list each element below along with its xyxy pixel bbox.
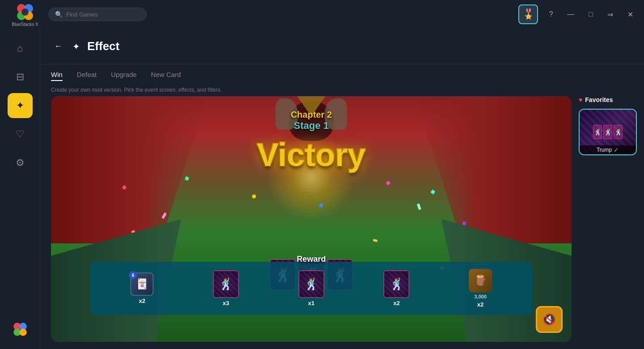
- back-button[interactable]: ←: [51, 39, 65, 54]
- bluestacks-logo: [15, 2, 35, 22]
- confetti-6: [430, 189, 435, 194]
- card-badge: 6: [129, 271, 137, 279]
- favorite-name: Trump: [597, 147, 612, 153]
- reward-dancer-count-1: x3: [223, 300, 229, 306]
- top-bar-right: 🎖️ ? — □ ⇒ ✕: [518, 4, 637, 24]
- sidebar-item-bluestacks[interactable]: [8, 317, 33, 342]
- search-bar[interactable]: 🔍: [48, 8, 147, 21]
- bluestacks-logo-area: BlueStacks X: [7, 2, 43, 27]
- maximize-button[interactable]: □: [585, 9, 597, 20]
- tab-defeat[interactable]: Defeat: [77, 71, 97, 81]
- minimize-button[interactable]: —: [564, 9, 578, 20]
- sidebar-item-effects[interactable]: ✦: [8, 93, 33, 118]
- right-curtain: [415, 96, 572, 243]
- app-name: BlueStacks X: [12, 22, 38, 27]
- reward-dancer-1: 🕺 x3: [213, 270, 239, 306]
- game-scene: Chapter 2 Stage 1 Victory: [51, 96, 572, 342]
- left-sidebar: ⌂ ⊟ ✦ ♡ ⚙: [0, 29, 40, 349]
- mute-button[interactable]: 🔇: [536, 306, 563, 333]
- heart-icon: ♥: [579, 96, 582, 103]
- favorites-header: ♥ Favorites: [579, 96, 637, 103]
- close-button[interactable]: ✕: [624, 9, 637, 21]
- search-icon: 🔍: [55, 11, 63, 18]
- favorite-card-trump[interactable]: 🕺 🕺 🕺 Trump ✓: [579, 109, 637, 155]
- user-avatar[interactable]: 🎖️: [518, 4, 538, 24]
- mute-icon: 🔇: [542, 313, 556, 326]
- logs-amount: 3,000: [475, 294, 487, 299]
- confetti-5: [386, 180, 390, 185]
- confetti-14: [417, 203, 421, 210]
- help-button[interactable]: ?: [545, 9, 556, 20]
- svg-point-8: [19, 328, 26, 336]
- favorite-card-label: Trump ✓: [580, 145, 636, 154]
- victory-text: Victory: [257, 136, 366, 173]
- left-curtain: [51, 96, 207, 243]
- sidebar-item-favorites[interactable]: ♡: [8, 122, 33, 147]
- confetti-3: [252, 194, 256, 199]
- reward-logs: 🪵 3,000 x2: [469, 269, 492, 308]
- reward-dancer-count-2: x1: [308, 300, 314, 306]
- right-panel: ♥ Favorites 🕺 🕺 🕺 Trump ✓: [579, 96, 637, 342]
- card-icon: 6 🃏: [131, 272, 154, 296]
- chapter-label: Chapter 2: [291, 110, 332, 120]
- reward-card: 6 🃏 x2: [131, 272, 154, 304]
- confetti-2: [185, 176, 189, 181]
- confetti-8: [462, 221, 466, 225]
- reward-bar: Reward 6 🃏 x2 🕺 x3: [90, 262, 532, 315]
- reward-dancer-2: 🕺 x1: [298, 270, 324, 306]
- top-bar: BlueStacks X 🔍 🎖️ ? — □ ⇒ ✕: [0, 0, 644, 29]
- sidebar-item-settings[interactable]: ⚙: [8, 150, 33, 175]
- sidebar-item-home[interactable]: ⌂: [8, 36, 33, 61]
- page-title: Effect: [87, 39, 119, 53]
- tab-bar: Win Defeat Upgrade New Card: [40, 64, 644, 87]
- effect-cursor-icon: ✦: [72, 41, 80, 52]
- tab-new-card[interactable]: New Card: [151, 71, 181, 81]
- sidebar-item-library[interactable]: ⊟: [8, 64, 33, 89]
- game-preview: Chapter 2 Stage 1 Victory: [51, 96, 572, 342]
- forward-button[interactable]: ⇒: [604, 9, 617, 21]
- chapter-text-area: Chapter 2 Stage 1: [291, 110, 332, 132]
- reward-label: Reward: [297, 255, 326, 264]
- stage-label: Stage 1: [291, 120, 332, 132]
- secondary-header: ← ✦ Effect: [40, 29, 644, 64]
- reward-dancer-count-3: x2: [393, 300, 399, 306]
- tab-upgrade[interactable]: Upgrade: [111, 71, 137, 81]
- check-icon: ✓: [614, 146, 619, 153]
- reward-dancer-3: 🕺 x2: [384, 270, 410, 306]
- confetti-15: [373, 239, 378, 242]
- svg-point-4: [21, 9, 29, 16]
- search-input[interactable]: [66, 11, 140, 18]
- reward-logs-count: x2: [477, 301, 483, 308]
- favorites-title: Favorites: [585, 96, 613, 103]
- reward-card-count: x2: [139, 298, 145, 304]
- page-description: Create your own mod version. Pick the ev…: [51, 87, 222, 93]
- logs-icon: 🪵: [469, 269, 492, 292]
- tab-win[interactable]: Win: [51, 71, 63, 81]
- main-content: Chapter 2 Stage 1 Victory: [51, 96, 637, 342]
